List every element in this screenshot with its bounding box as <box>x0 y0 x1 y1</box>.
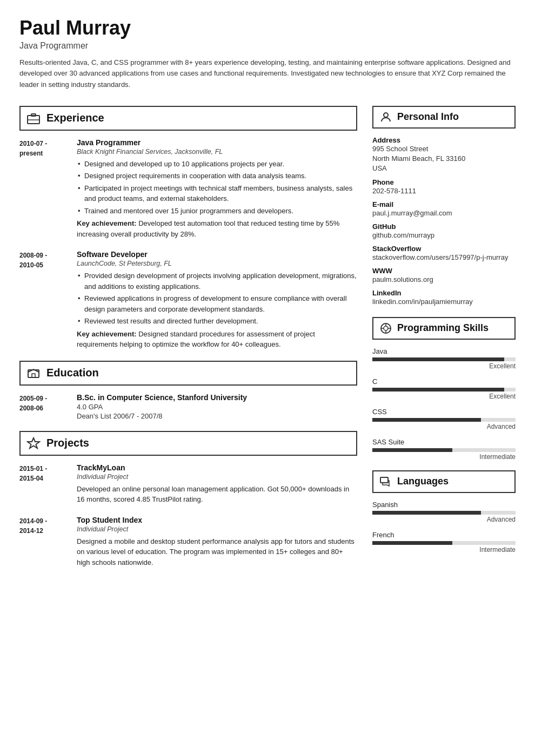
address-label: Address <box>372 136 516 144</box>
svg-point-8 <box>384 326 388 330</box>
education-content-1: B.Sc. in Computer Science, Stanford Univ… <box>77 393 357 420</box>
skill-level-sas: Intermediate <box>372 453 516 461</box>
svg-point-6 <box>384 113 388 117</box>
lang-bar-french <box>372 541 516 545</box>
project-content-2: Top Student Index Individual Project Des… <box>77 516 357 568</box>
www-value: paulm.solutions.org <box>372 275 516 285</box>
projects-section-title: Projects <box>46 437 89 449</box>
skill-name-java: Java <box>372 347 516 355</box>
project-type-1: Individual Project <box>77 473 357 481</box>
programming-icon <box>379 321 393 335</box>
skill-bar-java <box>372 357 516 361</box>
skill-fill-c <box>372 388 504 392</box>
skill-bar-c <box>372 388 516 392</box>
skill-bar-css <box>372 418 516 422</box>
personal-github: GitHub github.com/murrayp <box>372 222 516 240</box>
education-gpa: 4.0 GPA <box>77 403 357 411</box>
education-icon <box>26 366 41 381</box>
personal-info-section-header: Personal Info <box>372 106 516 129</box>
experience-achievement-2: Key achievement: Designed standard proce… <box>77 329 357 350</box>
projects-icon <box>26 436 41 451</box>
skill-level-css: Advanced <box>372 423 516 430</box>
programming-skills-title: Programming Skills <box>397 322 489 334</box>
skill-fill-sas <box>372 448 452 452</box>
project-type-2: Individual Project <box>77 525 357 533</box>
stackoverflow-value: stackoverflow.com/users/157997/p-j-murra… <box>372 253 516 262</box>
skill-bar-sas <box>372 448 516 452</box>
projects-entries: 2015-01 - 2015-04 TrackMyLoan Individual… <box>19 463 357 568</box>
bullet-item: Trained and mentored over 15 junior prog… <box>77 206 357 217</box>
experience-achievement-1: Key achievement: Developed test automati… <box>77 218 357 239</box>
address-value: 995 School Street North Miami Beach, FL … <box>372 144 516 174</box>
email-label: E-mail <box>372 200 516 208</box>
personal-phone: Phone 202-578-1111 <box>372 178 516 196</box>
projects-section-header: Projects <box>19 431 357 456</box>
phone-value: 202-578-1111 <box>372 186 516 196</box>
languages-icon <box>379 475 393 489</box>
experience-section-header: Experience <box>19 106 357 131</box>
experience-company-1: Black Knight Financial Services, Jackson… <box>77 148 357 156</box>
project-entry-1: 2015-01 - 2015-04 TrackMyLoan Individual… <box>19 463 357 505</box>
experience-section-title: Experience <box>46 112 104 124</box>
experience-entry-1: 2010-07 - present Java Programmer Black … <box>19 138 357 240</box>
education-section-header: Education <box>19 361 357 386</box>
skill-fill-css <box>372 418 481 422</box>
main-content: Experience 2010-07 - present Java Progra… <box>19 106 516 579</box>
lang-bar-spanish <box>372 511 516 515</box>
experience-title-2: Software Developer <box>77 250 357 259</box>
project-title-2: Top Student Index <box>77 516 357 524</box>
candidate-title: Java Programmer <box>19 41 516 51</box>
email-value: paul.j.murray@gmail.com <box>372 208 516 218</box>
linkedin-label: LinkedIn <box>372 289 516 297</box>
experience-bullets-1: Designed and developed up to 10 applicat… <box>77 159 357 217</box>
bullet-item: Provided design development of projects … <box>77 271 357 292</box>
education-title-1: B.Sc. in Computer Science, Stanford Univ… <box>77 393 357 402</box>
project-entry-2: 2014-09 - 2014-12 Top Student Index Indi… <box>19 516 357 568</box>
personal-info-title: Personal Info <box>397 111 459 123</box>
lang-fill-french <box>372 541 452 545</box>
skill-java: Java Excellent <box>372 347 516 370</box>
languages-section-header: Languages <box>372 470 516 493</box>
education-section-title: Education <box>46 367 99 379</box>
personal-address: Address 995 School Street North Miami Be… <box>372 136 516 174</box>
bullet-item: Designed and developed up to 10 applicat… <box>77 159 357 170</box>
personal-stackoverflow: StackOverflow stackoverflow.com/users/15… <box>372 245 516 262</box>
lang-spanish: Spanish Advanced <box>372 501 516 523</box>
skill-level-c: Excellent <box>372 393 516 400</box>
resume-header: Paul Murray Java Programmer Results-orie… <box>19 17 516 91</box>
personal-www: WWW paulm.solutions.org <box>372 267 516 285</box>
bullet-item: Reviewed test results and directed furth… <box>77 316 357 327</box>
left-column: Experience 2010-07 - present Java Progra… <box>19 106 357 579</box>
project-title-1: TrackMyLoan <box>77 463 357 472</box>
project-date-2: 2014-09 - 2014-12 <box>19 516 68 568</box>
personal-info-fields: Address 995 School Street North Miami Be… <box>372 136 516 307</box>
personal-icon <box>379 110 393 124</box>
personal-linkedin: LinkedIn linkedin.com/in/pauljamiemurray <box>372 289 516 307</box>
svg-rect-13 <box>380 477 388 483</box>
svg-marker-5 <box>28 438 39 448</box>
skill-name-c: C <box>372 377 516 386</box>
project-date-1: 2015-01 - 2015-04 <box>19 463 68 505</box>
skill-name-sas: SAS Suite <box>372 438 516 446</box>
skill-level-java: Excellent <box>372 362 516 370</box>
resume-page: Paul Murray Java Programmer Results-orie… <box>0 0 535 596</box>
skill-fill-java <box>372 357 504 361</box>
candidate-summary: Results-oriented Java, C, and CSS progra… <box>19 57 516 91</box>
bullet-item: Reviewed applications in progress of dev… <box>77 293 357 314</box>
skill-name-css: CSS <box>372 408 516 416</box>
experience-icon <box>26 111 41 126</box>
bullet-item: Designed project requirements in coopera… <box>77 171 357 181</box>
programming-skills-section-header: Programming Skills <box>372 317 516 340</box>
skill-c: C Excellent <box>372 377 516 400</box>
right-column: Personal Info Address 995 School Street … <box>372 106 516 579</box>
skill-css: CSS Advanced <box>372 408 516 430</box>
experience-entries: 2010-07 - present Java Programmer Black … <box>19 138 357 350</box>
experience-bullets-2: Provided design development of projects … <box>77 271 357 327</box>
stackoverflow-label: StackOverflow <box>372 245 516 253</box>
skill-sas: SAS Suite Intermediate <box>372 438 516 461</box>
svg-rect-4 <box>32 374 35 377</box>
languages-list: Spanish Advanced French Intermediate <box>372 501 516 554</box>
linkedin-value: linkedin.com/in/pauljamiemurray <box>372 297 516 307</box>
education-date-1: 2005-09 - 2008-06 <box>19 393 68 420</box>
experience-entry-2: 2008-09 - 2010-05 Software Developer Lau… <box>19 250 357 350</box>
